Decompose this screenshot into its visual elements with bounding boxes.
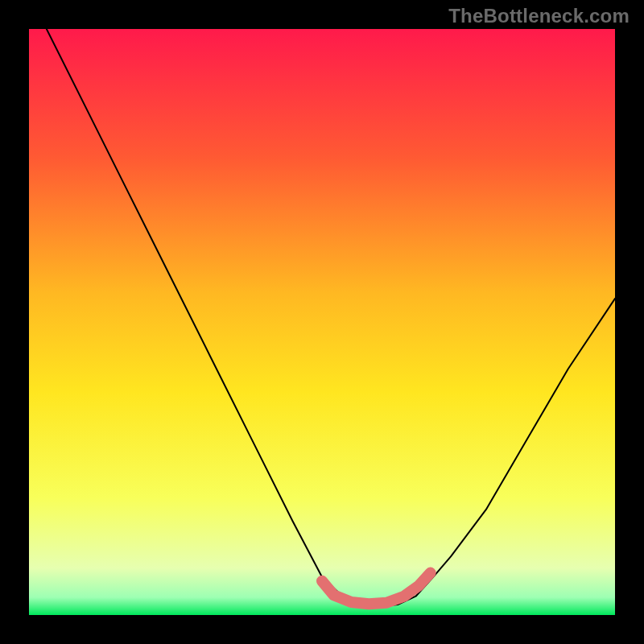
- watermark: TheBottleneck.com: [448, 5, 630, 27]
- plot-background: [29, 29, 615, 615]
- bottleneck-chart: [29, 29, 615, 615]
